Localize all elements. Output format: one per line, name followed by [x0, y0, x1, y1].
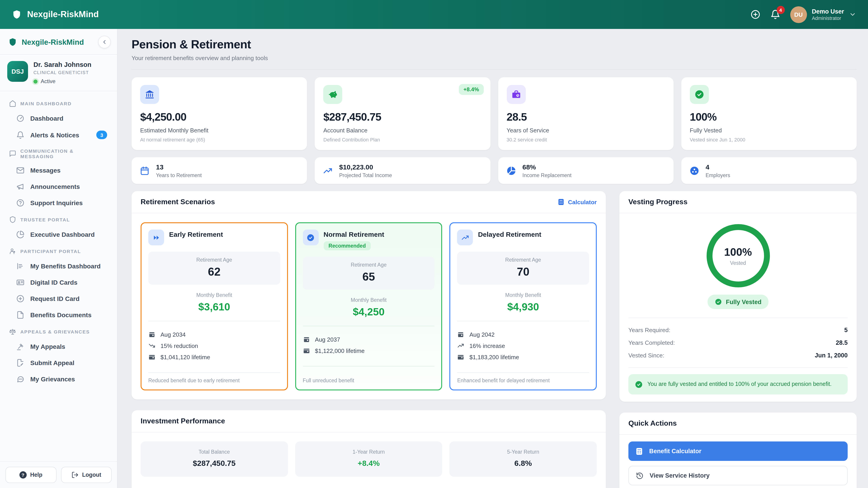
sidebar-item-request-id-card[interactable]: Request ID Card: [5, 291, 112, 307]
user-menu[interactable]: DU Demo User Administrator: [790, 6, 856, 23]
investment-1yr-return: 1-Year Return +8.4%: [295, 442, 442, 477]
mini-value: 68%: [522, 163, 571, 171]
vesting-percent: 100%: [724, 246, 752, 258]
check-circle-icon: [715, 298, 722, 305]
sidebar-item-my-appeals[interactable]: My Appeals: [5, 338, 112, 355]
detail-lifetime: $1,122,000 lifetime: [303, 347, 434, 354]
chevron-down-icon: [849, 11, 856, 18]
benefit-label: Monthly Benefit: [303, 297, 434, 303]
sidebar-item-digital-id-cards[interactable]: Digital ID Cards: [5, 274, 112, 291]
sidebar-item-submit-appeal[interactable]: Submit Appeal: [5, 355, 112, 371]
stat-label: Account Balance: [323, 127, 482, 134]
investment-performance-panel: Investment Performance Total Balance $28…: [131, 410, 606, 488]
mini-label: Employers: [706, 173, 730, 178]
investment-title: Investment Performance: [141, 417, 225, 425]
sidebar-item-dashboard[interactable]: Dashboard: [5, 110, 112, 127]
megaphone-icon: [16, 183, 24, 191]
sidebar-item-alerts-notices[interactable]: Alerts & Notices 3: [5, 127, 112, 143]
envelope-icon: [16, 166, 24, 174]
stat-sub: Defined Contribution Plan: [323, 137, 482, 142]
vesting-progress-panel: Vesting Progress 100% Vested Fully Veste…: [619, 191, 857, 402]
id-card-icon: [16, 278, 24, 287]
vesting-row-years-required: Years Required: 5: [628, 327, 848, 333]
sidebar-profile: DSJ Dr. Sarah Johnson CLINICAL GENETICIS…: [0, 55, 117, 91]
mini-stat-years-to-retirement: 13 Years to Retirement: [131, 157, 307, 184]
stat-value: $4,250.00: [140, 111, 299, 123]
app-brand: Nexgile-RiskMind: [12, 9, 99, 20]
calculator-link[interactable]: Calculator: [558, 198, 597, 205]
page-subtitle: Your retirement benefits overview and pl…: [131, 55, 857, 70]
wallet-icon: [303, 347, 310, 354]
add-button[interactable]: [750, 9, 760, 20]
vesting-title: Vesting Progress: [628, 198, 687, 206]
vesting-row-years-completed: Years Completed: 28.5: [628, 339, 848, 346]
detail-date: Aug 2042: [457, 331, 589, 338]
stat-card-fully-vested: 100% Fully Vested Vested since Jun 1, 20…: [681, 77, 857, 150]
help-button[interactable]: Help: [5, 467, 56, 483]
vesting-row-vested-since: Vested Since: Jun 1, 2000: [628, 352, 848, 359]
sidebar-item-my-benefits-dashboard[interactable]: My Benefits Dashboard: [5, 258, 112, 274]
stat-sub: 30.2 service credit: [506, 137, 665, 142]
stat-label: Years of Service: [506, 127, 665, 134]
sidebar: Nexgile-RiskMind DSJ Dr. Sarah Johnson C…: [0, 29, 118, 488]
nav-section-communication: COMMUNICATION & MESSAGING: [5, 143, 112, 162]
stat-card-monthly-benefit: $4,250.00 Estimated Monthly Benefit At n…: [131, 77, 307, 150]
sidebar-item-announcements[interactable]: Announcements: [5, 178, 112, 195]
view-service-history-button[interactable]: View Service History: [628, 466, 848, 485]
age-value: 70: [462, 265, 585, 278]
scenario-title: Normal Retirement: [323, 230, 384, 238]
stat-value: 28.5: [506, 111, 665, 123]
benefit-calculator-button[interactable]: Benefit Calculator: [628, 442, 848, 461]
briefcase-clock-icon: [511, 90, 521, 99]
question-circle-icon: [16, 199, 24, 207]
gavel-icon: [16, 343, 24, 351]
history-clock-icon: [636, 471, 644, 480]
notifications-button[interactable]: 4: [770, 9, 780, 20]
detail-date: Aug 2034: [148, 331, 280, 338]
check-circle-icon: [307, 233, 315, 241]
mini-value: $10,223.00: [339, 163, 392, 171]
scenario-card-delayed-retirement[interactable]: Delayed Retirement Retirement Age 70 Mon…: [450, 222, 597, 390]
sidebar-item-support-inquiries[interactable]: Support Inquiries: [5, 195, 112, 211]
profile-avatar: DSJ: [7, 61, 28, 82]
sidebar-item-my-grievances[interactable]: My Grievances: [5, 371, 112, 387]
chevron-left-icon: [101, 39, 107, 45]
detail-reduction: 15% reduction: [148, 342, 280, 349]
chat-bubble-icon: [16, 375, 24, 383]
user-avatar: DU: [790, 6, 807, 23]
benefit-label: Monthly Benefit: [148, 292, 280, 298]
help-icon: [19, 471, 26, 479]
sidebar-collapse-button[interactable]: [98, 36, 111, 48]
wallet-icon: [148, 353, 156, 361]
app-brand-title: Nexgile-RiskMind: [27, 9, 99, 20]
nav-section-participant-portal: PARTICIPANT PORTAL: [5, 242, 112, 258]
home-icon: [9, 100, 16, 107]
vesting-ring: 100% Vested: [706, 224, 770, 287]
nav-section-trustee-portal: TRUSTEE PORTAL: [5, 211, 112, 226]
benefit-value: $4,250: [303, 306, 434, 318]
sidebar-item-messages[interactable]: Messages: [5, 162, 112, 178]
chart-icon: [16, 262, 24, 270]
nav-section-main-dashboard: MAIN DASHBOARD: [5, 95, 112, 110]
profile-role: CLINICAL GENETICIST: [33, 70, 91, 75]
logout-button[interactable]: Logout: [61, 467, 112, 483]
pie-chart-icon: [506, 166, 516, 175]
mini-label: Years to Retirement: [156, 173, 202, 178]
age-value: 65: [307, 270, 430, 283]
calendar-icon: [457, 331, 465, 338]
sidebar-item-benefits-documents[interactable]: Benefits Documents: [5, 307, 112, 323]
age-label: Retirement Age: [462, 257, 585, 263]
scenario-title: Early Retirement: [169, 230, 223, 238]
stat-value: $287,450.75: [323, 111, 482, 123]
mini-label: Income Replacement: [522, 173, 571, 178]
quick-actions-panel: Quick Actions Benefit Calculator View Se…: [619, 413, 857, 488]
retirement-scenarios-panel: Retirement Scenarios Calculator Early Re: [131, 191, 606, 399]
file-pen-icon: [16, 359, 24, 367]
scenario-card-early-retirement[interactable]: Early Retirement Retirement Age 62 Month…: [141, 222, 288, 390]
scenario-card-normal-retirement[interactable]: Normal Retirement Recommended Retirement…: [295, 222, 442, 390]
stat-card-account-balance: +8.4% $287,450.75 Account Balance Define…: [315, 77, 491, 150]
brand-shield-icon: [12, 9, 22, 20]
detail-date: Aug 2037: [303, 336, 434, 343]
sidebar-item-executive-dashboard[interactable]: Executive Dashboard: [5, 226, 112, 242]
shield-icon: [9, 216, 16, 223]
